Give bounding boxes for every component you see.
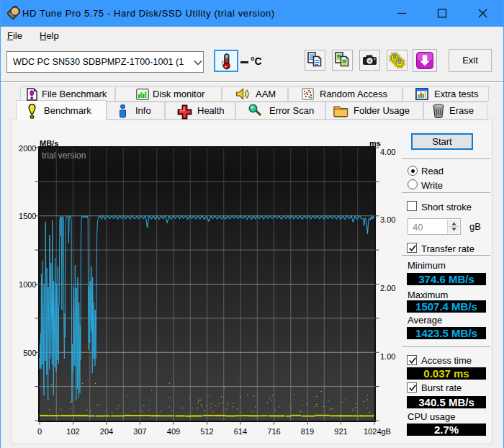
svg-text:2.00: 2.00 xyxy=(380,284,395,292)
svg-text:ms: ms xyxy=(369,139,381,148)
svg-text:204: 204 xyxy=(100,427,113,436)
svg-text:1.00: 1.00 xyxy=(380,352,395,361)
svg-text:512: 512 xyxy=(200,427,213,436)
svg-text:500: 500 xyxy=(23,349,36,357)
svg-text:614: 614 xyxy=(234,427,247,436)
svg-text:819: 819 xyxy=(301,427,314,436)
svg-text:MB/s: MB/s xyxy=(40,139,58,148)
svg-text:2000: 2000 xyxy=(19,144,36,153)
svg-text:trial version: trial version xyxy=(42,151,86,161)
svg-text:0: 0 xyxy=(37,427,42,436)
svg-text:921: 921 xyxy=(334,427,347,436)
svg-text:4.00: 4.00 xyxy=(380,148,395,156)
svg-text:307: 307 xyxy=(133,427,146,436)
svg-text:1024gB: 1024gB xyxy=(364,427,391,436)
svg-text:716: 716 xyxy=(267,427,280,436)
svg-text:409: 409 xyxy=(167,427,180,436)
svg-text:1500: 1500 xyxy=(19,212,36,220)
svg-text:102: 102 xyxy=(66,427,79,436)
svg-text:1000: 1000 xyxy=(19,280,36,289)
svg-text:3.00: 3.00 xyxy=(380,215,395,224)
